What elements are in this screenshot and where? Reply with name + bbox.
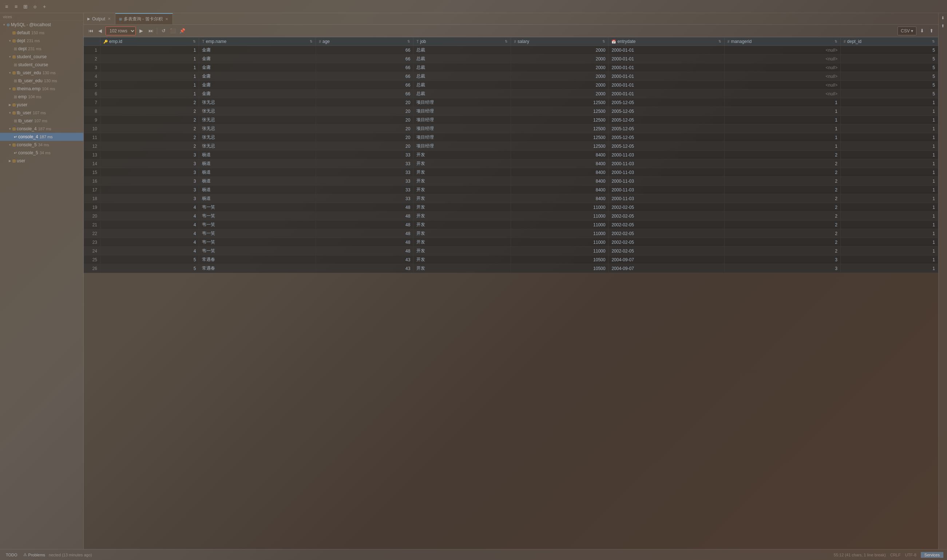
col-emp-name[interactable]: T emp.name ⇅ bbox=[199, 37, 316, 46]
sort-icon: ⇅ bbox=[505, 40, 508, 43]
row-number-cell: 18 bbox=[84, 194, 100, 203]
dept-id-cell: 1 bbox=[840, 186, 938, 194]
table-row[interactable]: 11金庸66总裁20002000-01-01<null>5 bbox=[84, 46, 938, 55]
job-cell: 开发 bbox=[413, 186, 511, 194]
table-row[interactable]: 61金庸66总裁20002000-01-01<null>5 bbox=[84, 89, 938, 98]
emp-name-cell: 金庸 bbox=[199, 46, 316, 55]
table-row[interactable]: 102张无忌20项目经理125002005-12-0511 bbox=[84, 125, 938, 133]
entrydate-cell: 2005-12-05 bbox=[608, 125, 724, 133]
table-row[interactable]: 21金庸66总裁20002000-01-01<null>5 bbox=[84, 55, 938, 63]
entrydate-cell: 2002-02-05 bbox=[608, 229, 724, 238]
col-managerid[interactable]: # managerid ⇅ bbox=[724, 37, 840, 46]
job-cell: 开发 bbox=[413, 168, 511, 177]
table-row[interactable]: 183杨道33开发84002000-11-0321 bbox=[84, 194, 938, 203]
table-row[interactable]: 173杨道33开发84002000-11-0321 bbox=[84, 186, 938, 194]
table-row[interactable]: 163杨道33开发84002000-11-0321 bbox=[84, 177, 938, 186]
table-row[interactable]: 122张无忌20项目经理125002005-12-0511 bbox=[84, 142, 938, 151]
table-row[interactable]: 82张无忌20项目经理125002005-12-0511 bbox=[84, 107, 938, 116]
table-row[interactable]: 51金庸66总裁20002000-01-01<null>5 bbox=[84, 81, 938, 89]
row-number-cell: 24 bbox=[84, 247, 100, 255]
col-entrydate[interactable]: 📅 entrydate ⇅ bbox=[608, 37, 724, 46]
emp-name-cell: 张无忌 bbox=[199, 107, 316, 116]
table-row[interactable]: 214韦一笑48开发110002002-02-0521 bbox=[84, 220, 938, 229]
dept-id-cell: 1 bbox=[840, 107, 938, 116]
table-row[interactable]: 153杨道33开发84002000-11-0321 bbox=[84, 168, 938, 177]
table-row[interactable]: 133杨道33开发84002000-11-0321 bbox=[84, 151, 938, 159]
row-number-cell: 20 bbox=[84, 212, 100, 220]
sort-icon: ⇅ bbox=[932, 40, 935, 43]
num-icon: # bbox=[844, 40, 846, 44]
emp-id-cell: 4 bbox=[100, 247, 199, 255]
table-row[interactable]: 31金庸66总裁20002000-01-01<null>5 bbox=[84, 63, 938, 72]
entrydate-cell: 2000-01-01 bbox=[608, 55, 724, 63]
job-cell: 开发 bbox=[413, 212, 511, 220]
salary-cell: 11000 bbox=[511, 203, 608, 212]
row-number-cell: 13 bbox=[84, 151, 100, 159]
age-cell: 33 bbox=[316, 186, 413, 194]
age-cell: 43 bbox=[316, 264, 413, 273]
row-number-cell: 2 bbox=[84, 55, 100, 63]
col-salary[interactable]: # salary ⇅ bbox=[511, 37, 608, 46]
entrydate-cell: 2000-01-01 bbox=[608, 81, 724, 89]
table-row[interactable]: 72张无忌20项目经理125002005-12-0511 bbox=[84, 98, 938, 107]
result-table-container[interactable]: 🔑 emp.id ⇅ T emp.name ⇅ bbox=[84, 37, 938, 549]
row-number-cell: 5 bbox=[84, 81, 100, 89]
entrydate-cell: 2005-12-05 bbox=[608, 133, 724, 142]
dept-id-cell: 1 bbox=[840, 212, 938, 220]
salary-cell: 2000 bbox=[511, 89, 608, 98]
dept-id-cell: 5 bbox=[840, 63, 938, 72]
table-row[interactable]: 244韦一笑48开发110002002-02-0521 bbox=[84, 247, 938, 255]
dept-id-cell: 1 bbox=[840, 264, 938, 273]
managerid-cell: 2 bbox=[724, 247, 840, 255]
emp-id-cell: 3 bbox=[100, 186, 199, 194]
num-icon: # bbox=[514, 40, 516, 44]
age-cell: 48 bbox=[316, 203, 413, 212]
managerid-cell: <null> bbox=[724, 63, 840, 72]
emp-id-cell: 3 bbox=[100, 168, 199, 177]
table-row[interactable]: 224韦一笑48开发110002002-02-0521 bbox=[84, 229, 938, 238]
row-number-cell: 10 bbox=[84, 125, 100, 133]
table-row[interactable]: 255常遇春43开发105002004-09-0731 bbox=[84, 255, 938, 264]
table-row[interactable]: 41金庸66总裁20002000-01-01<null>5 bbox=[84, 72, 938, 81]
job-cell: 开发 bbox=[413, 264, 511, 273]
col-job[interactable]: T job ⇅ bbox=[413, 37, 511, 46]
managerid-cell: <null> bbox=[724, 46, 840, 55]
table-row[interactable]: 112张无忌20项目经理125002005-12-0511 bbox=[84, 133, 938, 142]
age-cell: 66 bbox=[316, 55, 413, 63]
table-row[interactable]: 143杨道33开发84002000-11-0321 bbox=[84, 159, 938, 168]
managerid-cell: 1 bbox=[724, 98, 840, 107]
emp-id-cell: 2 bbox=[100, 116, 199, 125]
emp-name-cell: 张无忌 bbox=[199, 125, 316, 133]
entrydate-cell: 2005-12-05 bbox=[608, 107, 724, 116]
emp-name-cell: 韦一笑 bbox=[199, 229, 316, 238]
table-row[interactable]: 234韦一笑48开发110002002-02-0521 bbox=[84, 238, 938, 247]
dept-id-cell: 1 bbox=[840, 247, 938, 255]
sort-icon: ⇅ bbox=[602, 40, 605, 43]
entrydate-cell: 2000-11-03 bbox=[608, 151, 724, 159]
job-cell: 开发 bbox=[413, 194, 511, 203]
col-emp-id[interactable]: 🔑 emp.id ⇅ bbox=[100, 37, 199, 46]
dept-id-cell: 1 bbox=[840, 168, 938, 177]
salary-cell: 2000 bbox=[511, 55, 608, 63]
sort-icon: ⇅ bbox=[835, 40, 838, 43]
salary-cell: 12500 bbox=[511, 107, 608, 116]
age-cell: 20 bbox=[316, 133, 413, 142]
key-icon: 🔑 bbox=[103, 40, 108, 44]
col-dept-id[interactable]: # dept_id ⇅ bbox=[840, 37, 938, 46]
table-row[interactable]: 92张无忌20项目经理125002005-12-0511 bbox=[84, 116, 938, 125]
table-row[interactable]: 204韦一笑48开发110002002-02-0521 bbox=[84, 212, 938, 220]
managerid-cell: <null> bbox=[724, 81, 840, 89]
col-age[interactable]: # age ⇅ bbox=[316, 37, 413, 46]
emp-name-cell: 杨道 bbox=[199, 159, 316, 168]
row-number-cell: 3 bbox=[84, 63, 100, 72]
job-cell: 开发 bbox=[413, 177, 511, 186]
job-cell: 开发 bbox=[413, 159, 511, 168]
row-number-cell: 21 bbox=[84, 220, 100, 229]
emp-id-cell: 4 bbox=[100, 212, 199, 220]
entrydate-cell: 2002-02-05 bbox=[608, 220, 724, 229]
table-row[interactable]: 265常遇春43开发105002004-09-0731 bbox=[84, 264, 938, 273]
salary-cell: 12500 bbox=[511, 98, 608, 107]
table-row[interactable]: 194韦一笑48开发110002002-02-0521 bbox=[84, 203, 938, 212]
row-number-cell: 12 bbox=[84, 142, 100, 151]
emp-id-cell: 4 bbox=[100, 229, 199, 238]
